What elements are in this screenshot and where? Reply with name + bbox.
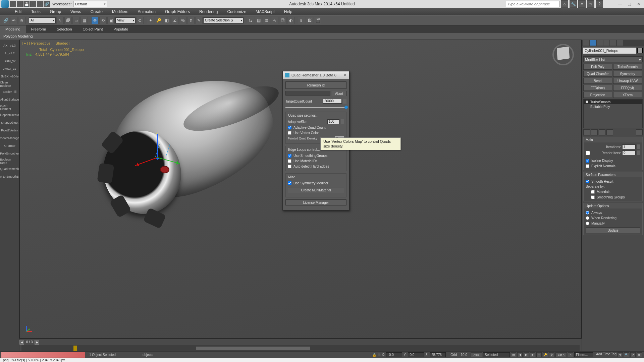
script-item[interactable]: AI_v1.2 xyxy=(0,49,19,57)
script-item[interactable]: JMSX_v104e xyxy=(0,72,19,80)
move-tool-icon[interactable]: ✥ xyxy=(91,17,99,24)
script-item[interactable]: XFormer xyxy=(0,142,19,149)
ribbon-tab-populate[interactable]: Populate xyxy=(108,25,133,33)
remesh-button[interactable]: Remesh it! xyxy=(285,81,346,89)
license-manager-button[interactable]: License Manager xyxy=(285,199,346,205)
key-filters-dropdown[interactable]: Filters... xyxy=(574,352,593,357)
spinner-arrows-icon[interactable] xyxy=(637,144,640,149)
material-editor-icon[interactable]: ◐ xyxy=(287,17,294,24)
mod-btn[interactable]: XForm xyxy=(613,92,642,98)
time-cursor[interactable] xyxy=(73,346,77,351)
link-icon[interactable]: 🔗 xyxy=(44,1,50,7)
menu-edit[interactable]: Edit xyxy=(10,8,26,15)
y-field[interactable]: 0.0 xyxy=(408,352,424,357)
align-icon[interactable]: ▤ xyxy=(255,17,262,24)
slider-thumb[interactable] xyxy=(344,106,348,109)
pivot-center-icon[interactable]: ⊙ xyxy=(136,17,144,24)
autokey-button[interactable]: Auto xyxy=(471,352,482,357)
adaptive-size-field[interactable]: 100 xyxy=(327,119,339,124)
use-matid-checkbox[interactable] xyxy=(288,159,291,163)
script-item[interactable]: PolySmoother xyxy=(0,149,19,157)
hierarchy-tab-icon[interactable] xyxy=(597,40,603,46)
script-item[interactable]: etach Element xyxy=(0,103,19,111)
script-item[interactable]: Boolean Repo xyxy=(0,157,19,165)
search-input[interactable] xyxy=(506,1,559,7)
rollout-header[interactable]: Surface Parameters xyxy=(584,172,642,177)
snap-toggle-icon[interactable]: ◧ xyxy=(163,17,170,24)
spinner-arrows-icon[interactable] xyxy=(637,150,640,155)
create-multimaterial-button[interactable]: Create MultiMaterial xyxy=(288,187,344,193)
open-icon[interactable]: 🗁 xyxy=(17,1,23,7)
render-iters-checkbox[interactable] xyxy=(586,151,590,155)
target-quad-field[interactable]: 20000 xyxy=(323,99,342,104)
script-item[interactable]: Pivot2Vertex xyxy=(0,126,19,134)
time-slider[interactable] xyxy=(21,345,580,351)
rollout-header[interactable]: Main xyxy=(584,137,642,142)
object-name-field[interactable]: Cylinder001_Retopo xyxy=(583,48,636,54)
mod-btn[interactable]: Edit Poly xyxy=(583,64,612,70)
ribbon-tab-objectpaint[interactable]: Object Paint xyxy=(77,25,108,33)
key-filter-dropdown[interactable]: Selected xyxy=(483,352,510,357)
script-item[interactable]: Clean Boolean xyxy=(0,80,19,88)
vertex-color-checkbox[interactable] xyxy=(288,131,291,135)
new-icon[interactable]: 🗋 xyxy=(10,1,16,7)
mod-btn[interactable]: TurboSmooth xyxy=(613,64,642,70)
make-unique-icon[interactable] xyxy=(599,129,605,135)
render-prod-icon[interactable]: 🎬 xyxy=(314,17,321,24)
goto-end-icon[interactable]: ⏭ xyxy=(536,352,542,357)
configure-sets-icon[interactable] xyxy=(636,129,643,135)
auto-hard-checkbox[interactable] xyxy=(288,165,291,168)
save-icon[interactable]: 💾 xyxy=(23,1,30,7)
key-filters-icon[interactable]: ∿ xyxy=(568,352,573,357)
object-color-swatch[interactable] xyxy=(637,48,643,53)
mod-btn[interactable]: Unwrap UVW xyxy=(613,78,642,84)
link-tool-icon[interactable]: 🔗 xyxy=(2,17,9,24)
viewport-label[interactable]: [ + ] [ Perspective ] [ Shaded ] xyxy=(22,41,70,45)
ribbon-tab-selection[interactable]: Selection xyxy=(51,25,77,33)
keyboard-shortcut-icon[interactable]: 🔑 xyxy=(155,17,162,24)
spinner-arrows-icon[interactable] xyxy=(343,99,346,104)
render-frame-icon[interactable]: 🖼 xyxy=(306,17,313,24)
script-item[interactable]: moothManage xyxy=(0,134,19,142)
sep-materials-checkbox[interactable] xyxy=(591,190,595,194)
mod-btn[interactable]: Bend xyxy=(583,78,612,84)
layers-icon[interactable]: ≣ xyxy=(263,17,270,24)
script-item[interactable]: AXI_v1.3 xyxy=(0,42,19,49)
percent-snap-icon[interactable]: % xyxy=(179,17,186,24)
infocenter-icon[interactable]: ⌂ xyxy=(561,0,568,8)
utilities-tab-icon[interactable] xyxy=(617,40,623,46)
window-crossing-icon[interactable]: ▦ xyxy=(80,17,88,24)
ribbon-tab-modeling[interactable]: Modeling xyxy=(0,25,26,33)
menu-help[interactable]: Help xyxy=(279,8,297,15)
update-render-radio[interactable] xyxy=(586,216,589,220)
maxscript-listener[interactable] xyxy=(1,352,85,358)
isoline-checkbox[interactable] xyxy=(586,159,589,163)
maximize-icon[interactable]: ▢ xyxy=(625,1,633,7)
update-always-radio[interactable] xyxy=(586,211,589,215)
adaptive-quad-checkbox[interactable] xyxy=(288,126,291,129)
setkey-button[interactable]: Set K xyxy=(555,352,567,357)
pan-view-icon[interactable]: ✥ xyxy=(618,352,623,357)
curve-editor-icon[interactable]: ∿ xyxy=(271,17,278,24)
smooth-result-checkbox[interactable] xyxy=(586,180,589,183)
script-item[interactable]: Border Fill xyxy=(0,88,19,96)
lock-icon[interactable]: 🔒 xyxy=(372,353,376,357)
display-tab-icon[interactable] xyxy=(610,40,616,46)
named-selection-dropdown[interactable]: Create Selection S xyxy=(203,17,244,23)
target-quad-slider[interactable] xyxy=(285,105,346,110)
modifier-stack[interactable]: TurboSmooth Editable Poly xyxy=(583,99,643,128)
exchange-icon[interactable]: ✶ xyxy=(578,0,586,8)
use-sg-checkbox[interactable] xyxy=(288,154,291,158)
angle-snap-icon[interactable]: ∠ xyxy=(171,17,178,24)
menu-grapheditors[interactable]: Graph Editors xyxy=(160,8,195,15)
menu-create[interactable]: Create xyxy=(86,8,107,15)
add-time-tag[interactable]: Add Time Tag xyxy=(596,352,616,357)
abort-button[interactable]: Abort xyxy=(332,91,346,96)
explicit-normals-checkbox[interactable] xyxy=(586,164,589,168)
stack-item[interactable]: Editable Poly xyxy=(584,104,642,109)
unlink-tool-icon[interactable]: ⚮ xyxy=(10,17,17,24)
select-icon[interactable]: ↖ xyxy=(56,17,64,24)
menu-views[interactable]: Views xyxy=(66,8,86,15)
track-bar-segment[interactable] xyxy=(196,347,310,350)
dialog-titlebar[interactable]: Quad Remesher 1.0 Beta 8 ✕ xyxy=(283,71,349,79)
